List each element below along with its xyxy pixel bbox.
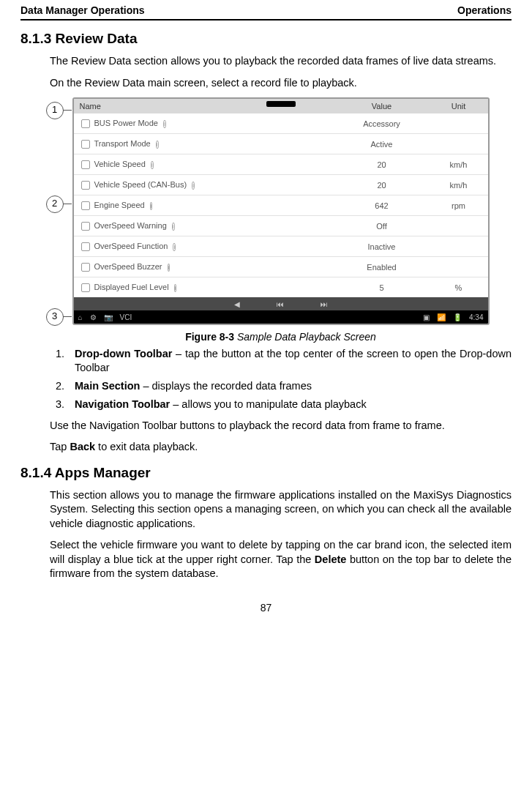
table-row[interactable]: BUS Power Mode i Accessory — [74, 113, 488, 134]
wifi-icon: 📶 — [437, 313, 446, 321]
table-row[interactable]: OverSpeed Function i Inactive — [74, 236, 488, 257]
legend-item: Main Section – displays the recorded dat… — [67, 379, 512, 393]
row-name: OverSpeed Buzzer i — [94, 257, 334, 277]
row-name: Vehicle Speed (CAN-Bus) i — [94, 175, 334, 195]
table-row[interactable]: OverSpeed Buzzer i Enabled — [74, 257, 488, 277]
status-right-icons: ▣ 📶 🔋 4:34 — [423, 313, 483, 321]
row-value: 642 — [334, 201, 430, 210]
row-name: Vehicle Speed i — [94, 154, 334, 174]
status-bar: ⌂ ⚙ 📷 VCI ▣ 📶 🔋 4:34 — [74, 310, 488, 324]
screenshot-icon[interactable]: ▣ — [423, 313, 430, 321]
row-value: Accessory — [334, 119, 430, 128]
section-8-1-4-body: This section allows you to manage the fi… — [50, 488, 512, 581]
callout-1: 1 — [46, 102, 64, 119]
paragraph: Tap Back to exit data playback. — [50, 440, 512, 455]
row-name: BUS Power Mode i — [94, 113, 334, 133]
clock-text: 4:34 — [469, 313, 483, 321]
table-row[interactable]: Transport Mode i Active — [74, 134, 488, 154]
callout-2: 2 — [46, 195, 64, 213]
checkbox-icon[interactable] — [81, 263, 90, 272]
navigation-toolbar[interactable]: ◀ ⏮ ⏭ — [74, 297, 488, 310]
info-icon[interactable]: i — [150, 202, 153, 210]
row-unit: % — [430, 283, 488, 292]
row-unit: km/h — [430, 181, 488, 190]
prev-frame-icon[interactable]: ⏮ — [277, 300, 284, 308]
info-icon[interactable]: i — [156, 141, 159, 149]
dropdown-toolbar-handle[interactable] — [266, 101, 296, 107]
table-row[interactable]: OverSpeed Warning i Off — [74, 216, 488, 236]
table-header: Name Value Unit — [74, 99, 488, 113]
info-icon[interactable]: i — [192, 182, 195, 190]
header-left: Data Manager Operations — [20, 4, 145, 16]
section-heading-8-1-4: 8.1.4 Apps Manager — [20, 465, 512, 481]
legend-item: Navigation Toolbar – allows you to manip… — [67, 398, 512, 411]
paragraph: The Review Data section allows you to pl… — [50, 54, 512, 69]
paragraph: Select the vehicle firmware you want to … — [50, 538, 512, 581]
col-header-unit: Unit — [430, 99, 488, 113]
row-value: Off — [334, 222, 430, 231]
info-icon[interactable]: i — [163, 120, 166, 128]
callout-3: 3 — [46, 308, 64, 326]
paragraph: Use the Navigation Toolbar buttons to pl… — [50, 419, 512, 433]
table-row[interactable]: Engine Speed i 642 rpm — [74, 195, 488, 216]
checkbox-icon[interactable] — [81, 201, 90, 210]
figure-label: Figure 8-3 — [185, 331, 234, 343]
row-value: Active — [334, 140, 430, 149]
checkbox-icon[interactable] — [81, 222, 90, 231]
figure-8-3: 1 2 3 Name Value Unit BUS Power Mode i A… — [72, 97, 490, 325]
info-icon[interactable]: i — [173, 243, 176, 251]
col-header-value: Value — [334, 99, 430, 113]
vci-icon[interactable]: VCI — [120, 313, 132, 321]
row-name: Displayed Fuel Level i — [94, 277, 334, 297]
table-row[interactable]: Displayed Fuel Level i 5 % — [74, 277, 488, 297]
camera-icon[interactable]: 📷 — [104, 313, 113, 321]
section-8-1-3-body: The Review Data section allows you to pl… — [50, 54, 512, 455]
playback-screen: Name Value Unit BUS Power Mode i Accesso… — [72, 97, 490, 325]
row-name: OverSpeed Warning i — [94, 216, 334, 236]
info-icon[interactable]: i — [174, 284, 177, 292]
battery-icon: 🔋 — [453, 313, 462, 321]
row-name: Engine Speed i — [94, 195, 334, 215]
row-name: Transport Mode i — [94, 134, 334, 154]
row-value: Enabled — [334, 263, 430, 272]
header-right: Operations — [457, 4, 512, 16]
row-value: 20 — [334, 160, 430, 169]
row-value: 20 — [334, 181, 430, 190]
info-icon[interactable]: i — [168, 264, 171, 272]
row-value: Inactive — [334, 242, 430, 251]
checkbox-icon[interactable] — [81, 160, 90, 169]
paragraph: This section allows you to manage the fi… — [50, 488, 512, 532]
row-unit: rpm — [430, 201, 488, 210]
settings-icon[interactable]: ⚙ — [90, 313, 97, 321]
figure-caption: Figure 8-3 Sample Data Playback Screen — [50, 331, 512, 343]
table-row[interactable]: Vehicle Speed (CAN-Bus) i 20 km/h — [74, 175, 488, 195]
info-icon[interactable]: i — [151, 161, 154, 169]
table-row[interactable]: Vehicle Speed i 20 km/h — [74, 154, 488, 175]
legend-item: Drop-down Toolbar – tap the button at th… — [67, 347, 512, 375]
figure-legend: Drop-down Toolbar – tap the button at th… — [50, 347, 512, 411]
running-header: Data Manager Operations Operations — [20, 0, 512, 20]
figure-title: Sample Data Playback Screen — [234, 331, 376, 343]
paragraph: On the Review Data main screen, select a… — [50, 76, 512, 91]
home-icon[interactable]: ⌂ — [78, 313, 83, 321]
checkbox-icon[interactable] — [81, 242, 90, 251]
next-frame-icon[interactable]: ⏭ — [321, 300, 328, 308]
section-heading-8-1-3: 8.1.3 Review Data — [20, 31, 512, 47]
page: Data Manager Operations Operations 8.1.3… — [0, 0, 532, 628]
data-rows: BUS Power Mode i Accessory Transport Mod… — [74, 113, 488, 297]
checkbox-icon[interactable] — [81, 119, 90, 128]
checkbox-icon[interactable] — [81, 140, 90, 149]
checkbox-icon[interactable] — [81, 283, 90, 292]
status-left-icons: ⌂ ⚙ 📷 VCI — [78, 313, 132, 321]
checkbox-icon[interactable] — [81, 181, 90, 190]
row-unit: km/h — [430, 160, 488, 169]
row-value: 5 — [334, 283, 430, 292]
page-number: 87 — [20, 602, 512, 614]
back-icon[interactable]: ◀ — [234, 300, 240, 308]
info-icon[interactable]: i — [172, 223, 175, 231]
row-name: OverSpeed Function i — [94, 236, 334, 256]
